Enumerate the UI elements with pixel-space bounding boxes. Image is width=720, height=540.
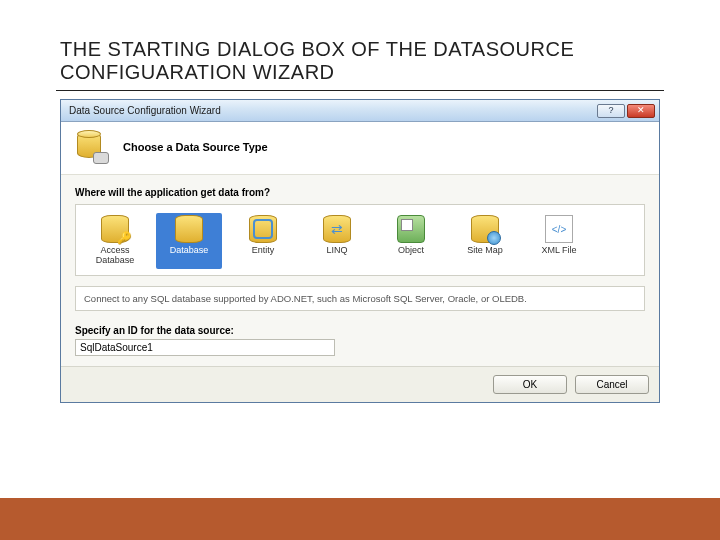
dialog-header-title: Choose a Data Source Type [123, 141, 268, 153]
option-access-database[interactable]: 🔑 Access Database [82, 213, 148, 269]
option-label: Access Database [84, 245, 146, 265]
wizard-dialog: Data Source Configuration Wizard ? ✕ Cho… [60, 99, 660, 403]
option-xml-file[interactable]: XML File [526, 213, 592, 269]
dialog-title: Data Source Configuration Wizard [69, 105, 221, 116]
close-icon: ✕ [637, 106, 645, 115]
site-map-icon [471, 215, 499, 243]
datasource-options: 🔑 Access Database Database Entity LINQ O… [75, 204, 645, 276]
datasource-id-input[interactable] [75, 339, 335, 356]
id-row: Specify an ID for the data source: [75, 325, 645, 356]
dialog-footer: OK Cancel [61, 366, 659, 402]
database-icon [75, 130, 109, 164]
option-database[interactable]: Database [156, 213, 222, 269]
option-label: Site Map [454, 245, 516, 255]
close-button[interactable]: ✕ [627, 104, 655, 118]
cancel-button[interactable]: Cancel [575, 375, 649, 394]
dialog-header: Choose a Data Source Type [61, 122, 659, 175]
object-icon [397, 215, 425, 243]
help-button[interactable]: ? [597, 104, 625, 118]
option-description: Connect to any SQL database supported by… [75, 286, 645, 311]
option-label: XML File [528, 245, 590, 255]
titlebar: Data Source Configuration Wizard ? ✕ [61, 100, 659, 122]
database-option-icon [175, 215, 203, 243]
ok-button[interactable]: OK [493, 375, 567, 394]
dialog-body: Where will the application get data from… [61, 175, 659, 366]
access-database-icon: 🔑 [101, 215, 129, 243]
prompt-label: Where will the application get data from… [75, 187, 645, 198]
option-label: Object [380, 245, 442, 255]
option-entity[interactable]: Entity [230, 213, 296, 269]
id-prompt: Specify an ID for the data source: [75, 325, 645, 336]
option-label: Database [158, 245, 220, 255]
option-label: Entity [232, 245, 294, 255]
option-linq[interactable]: LINQ [304, 213, 370, 269]
slide-heading: THE STARTING DIALOG BOX OF THE DATASOURC… [56, 0, 664, 91]
slide-accent-bar [0, 498, 720, 540]
help-icon: ? [608, 106, 613, 115]
entity-icon [249, 215, 277, 243]
option-object[interactable]: Object [378, 213, 444, 269]
linq-icon [323, 215, 351, 243]
titlebar-buttons: ? ✕ [597, 104, 655, 118]
option-site-map[interactable]: Site Map [452, 213, 518, 269]
option-label: LINQ [306, 245, 368, 255]
xml-file-icon [545, 215, 573, 243]
